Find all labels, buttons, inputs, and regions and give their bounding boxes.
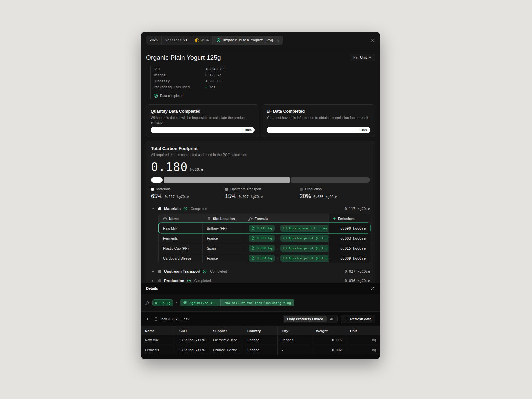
breadcrumb-year[interactable]: 2025 <box>146 36 162 45</box>
materials-section-header[interactable]: ▾ Materials Completed 0.117 kgCO₂e <box>151 207 370 211</box>
tcf-subtitle: All required data is connected and used … <box>151 153 370 157</box>
material-emissions: 0.015 kgCO₂e <box>328 243 370 253</box>
legend-pct: 65% <box>151 193 162 200</box>
multiply-operator: · <box>277 236 278 240</box>
ef-description: raw milk at the farm including flag <box>321 226 328 230</box>
material-site: Brittany (FR) <box>202 223 244 233</box>
file-icon <box>154 317 158 321</box>
workspace-status-icon <box>195 38 199 42</box>
section-total: 0.027 kgCO₂e <box>345 269 370 273</box>
bom-cell-weight[interactable]: 0.115 <box>312 335 346 345</box>
quantity-pill[interactable]: 0.115 kg <box>249 225 275 232</box>
quantity-pill[interactable]: 0.002 kg <box>249 235 275 242</box>
star-icon[interactable]: ☆ <box>276 38 280 43</box>
bom-cell-sku[interactable]: 573a3bd6-f976… <box>175 335 209 345</box>
material-name: Raw Milk <box>159 223 202 233</box>
multiply-operator: · <box>277 246 278 250</box>
bar-segment-upstream <box>164 177 290 183</box>
breadcrumb-workspace[interactable]: ws34 <box>191 36 213 45</box>
info-label: Quantity <box>154 79 205 83</box>
multiply-operator: · <box>176 301 177 305</box>
details-emission-factor-pill[interactable]: Agribalyse 3.1 raw milk at the farm incl… <box>180 299 294 306</box>
bom-cell-unit[interactable]: kg <box>346 345 380 355</box>
formula-icon: ƒx <box>146 301 149 305</box>
bom-cell-sku[interactable]: 573a3bd6-f976… <box>175 345 209 355</box>
bom-header: SKU <box>175 326 209 335</box>
production-section-header[interactable]: ▸ Production Completed 0.036 kgCO₂e <box>151 279 370 283</box>
card-description: You must have this information to obtain… <box>267 116 370 120</box>
bom-cell-unit[interactable]: kg <box>346 335 380 345</box>
footprint-stacked-bar <box>151 177 370 183</box>
multiply-operator: · <box>277 256 278 260</box>
versions-label: Versions <box>165 38 181 42</box>
legend-label: Upstream Transport <box>230 187 261 191</box>
material-row-cardboard-sleeve[interactable]: Cardboard Sleeve France 0.004 kg · Agrif… <box>159 253 370 263</box>
bom-cell-supplier[interactable]: France Ferme… <box>209 345 243 355</box>
bom-cell-country[interactable]: France <box>243 345 277 355</box>
details-close-icon[interactable] <box>370 286 375 291</box>
bom-cell-country[interactable]: France <box>243 335 277 345</box>
check-icon: ✓ <box>205 85 208 89</box>
emission-factor-pill[interactable]: Agrifootprint (6.3 (2022 <box>280 255 328 262</box>
material-row-plastic-cup[interactable]: Plastic Cup (PP) Spain 0.008 kg · Agrifo… <box>159 243 370 253</box>
details-formula-row: ƒx 0.115 kg · Agribalyse 3.1 raw milk at… <box>141 294 380 312</box>
ef-source: Agrifootprint (6.3 (2022 <box>289 256 328 260</box>
ef-source: Agribalyse 3.1 <box>189 301 216 305</box>
total-carbon-footprint-card: Total Carbon Footprint All required data… <box>146 141 375 289</box>
per-unit-dropdown[interactable]: Per Unit <box>350 54 375 61</box>
file-icon <box>251 226 255 230</box>
emission-factor-pill[interactable]: Agrifootprint (6.3 (2022 <box>280 245 328 252</box>
info-value: 1023456789 <box>205 67 225 71</box>
details-quantity-pill[interactable]: 0.115 kg <box>152 299 173 306</box>
emission-factor-pill[interactable]: Agribalyse 3.1raw milk at the farm inclu… <box>280 225 328 232</box>
bom-cell-weight[interactable]: 0.002 <box>312 345 346 355</box>
back-arrow-icon[interactable] <box>146 317 151 321</box>
bom-header: Name <box>141 326 175 335</box>
data-completed-label: Data completed <box>160 94 183 98</box>
legend-production: Production 20%0.036 kgCO₂e <box>300 187 370 200</box>
filter-only-products-linked[interactable]: Only Products Linked <box>284 316 327 322</box>
material-name: Ferments <box>159 233 202 243</box>
legend-label: Production <box>305 187 322 191</box>
quantity-pill[interactable]: 0.004 kg <box>249 255 275 262</box>
upstream-transport-section-header[interactable]: ▸ Upstream Transport Completed 0.027 kgC… <box>151 269 370 273</box>
emission-factor-pill[interactable]: Agrifootprint (6.3 (2022 <box>280 235 328 242</box>
database-icon <box>283 236 287 240</box>
bom-cell-city[interactable]: - <box>277 345 312 355</box>
sparkle-icon: ✦ <box>333 217 336 221</box>
close-icon[interactable] <box>370 38 375 43</box>
breadcrumb-product[interactable]: Organic Plain Yogurt 125g ☆ <box>213 36 283 45</box>
data-completed-badge: Data completed <box>154 93 375 98</box>
filter-toggle: Only Products Linked All <box>283 315 338 323</box>
card-title: Quantity Data Completed <box>151 109 255 114</box>
legend-swatch <box>151 188 154 191</box>
refresh-data-button[interactable]: Refresh data <box>341 315 375 323</box>
progress-bar: 100% <box>267 127 371 133</box>
progress-value: 100% <box>244 128 252 132</box>
breadcrumb-product-label: Organic Plain Yogurt 125g <box>223 38 273 42</box>
bom-cell-supplier[interactable]: Laiterie Bre… <box>209 335 243 345</box>
info-label: Packaging Included <box>154 85 205 89</box>
quantity-pill[interactable]: 0.008 kg <box>249 245 275 252</box>
material-site: France <box>202 253 244 263</box>
chevron-down-icon <box>368 56 372 59</box>
filter-all[interactable]: All <box>327 316 337 322</box>
info-value: 0.125 kg <box>205 73 221 77</box>
bom-cell-name[interactable]: Ferments <box>141 345 175 355</box>
material-row-raw-milk[interactable]: Raw Milk Brittany (FR) 0.115 kg · Agriba… <box>159 223 370 233</box>
bar-segment-production <box>291 177 370 183</box>
version-value: v1 <box>183 38 187 42</box>
card-description: Without this data, it will be impossible… <box>151 116 254 125</box>
material-site: France <box>202 233 244 243</box>
bom-cell-city[interactable]: Rennes <box>277 335 312 345</box>
material-emissions: 0.090 kgCO₂e <box>328 223 370 233</box>
material-row-ferments[interactable]: Ferments France 0.002 kg · Agrifootprint… <box>159 233 370 243</box>
legend-amount: 0.027 kgCO₂e <box>239 195 263 199</box>
section-title: Upstream Transport <box>164 269 200 273</box>
breadcrumb-versions[interactable]: Versions v1 <box>162 36 191 45</box>
pill-divider <box>318 226 318 230</box>
ef-description: raw milk at the farm including flag <box>220 299 294 306</box>
bom-cell-name[interactable]: Raw Milk <box>141 335 175 345</box>
bom-table: Name SKU Supplier Country City Weight Un… <box>141 326 380 359</box>
material-emissions: 0.009 kgCO₂e <box>328 253 370 263</box>
